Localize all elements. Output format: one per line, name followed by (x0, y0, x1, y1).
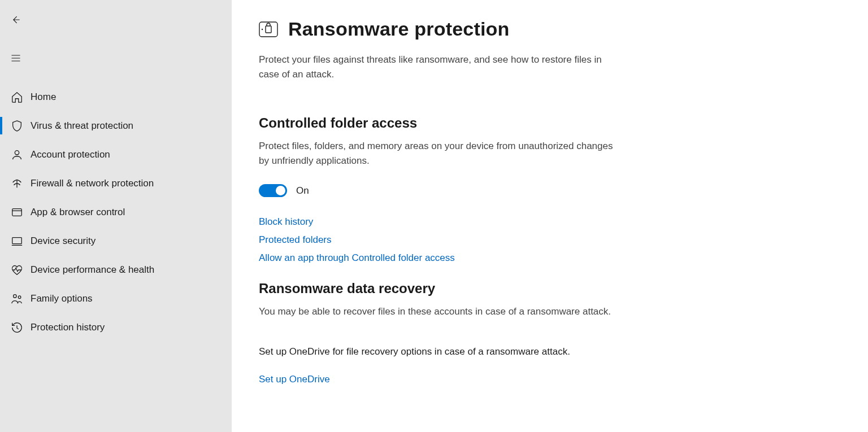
svg-rect-6 (266, 26, 271, 33)
history-icon (10, 321, 24, 334)
sidebar-item-label: Device performance & health (31, 264, 154, 276)
ransomware-protection-icon (259, 21, 278, 37)
page-title-row: Ransomware protection (259, 18, 868, 40)
svg-point-0 (15, 150, 19, 154)
svg-rect-1 (12, 208, 22, 216)
hamburger-button[interactable] (2, 46, 29, 71)
page-title: Ransomware protection (288, 18, 510, 40)
link-block-history[interactable]: Block history (259, 216, 313, 228)
device-security-icon (10, 234, 24, 248)
toggle-knob (276, 186, 285, 195)
onedrive-recovery-text: Set up OneDrive for file recovery option… (259, 344, 620, 359)
sidebar-item-app-browser[interactable]: App & browser control (0, 198, 232, 226)
back-button[interactable] (2, 8, 29, 33)
toggle-state-label: On (296, 185, 309, 197)
svg-point-7 (262, 28, 263, 29)
sidebar-item-label: Home (31, 91, 56, 103)
shield-icon (10, 119, 24, 133)
sidebar-item-home[interactable]: Home (0, 82, 232, 111)
network-icon (10, 177, 24, 190)
sidebar-item-family-options[interactable]: Family options (0, 284, 232, 313)
hamburger-icon (10, 53, 21, 66)
section-heading-controlled-folder: Controlled folder access (259, 115, 868, 131)
sidebar-item-label: Firewall & network protection (31, 178, 154, 189)
sidebar-item-device-security[interactable]: Device security (0, 226, 232, 255)
heart-pulse-icon (10, 263, 24, 277)
sidebar-item-account-protection[interactable]: Account protection (0, 140, 232, 169)
link-protected-folders[interactable]: Protected folders (259, 234, 332, 246)
controlled-folder-links: Block history Protected folders Allow an… (259, 216, 868, 264)
sidebar: Home Virus & threat protection Account p… (0, 0, 232, 432)
sidebar-item-firewall-network[interactable]: Firewall & network protection (0, 169, 232, 198)
sidebar-item-label: Account protection (31, 149, 110, 160)
controlled-folder-toggle-row: On (259, 184, 868, 197)
sidebar-item-protection-history[interactable]: Protection history (0, 313, 232, 342)
svg-point-4 (18, 295, 21, 298)
section-desc-recovery: You may be able to recover files in thes… (259, 304, 620, 319)
link-setup-onedrive[interactable]: Set up OneDrive (259, 374, 330, 385)
home-icon (10, 90, 24, 104)
svg-rect-2 (12, 237, 22, 243)
sidebar-item-label: App & browser control (31, 207, 125, 218)
section-heading-recovery: Ransomware data recovery (259, 281, 868, 296)
sidebar-item-label: Virus & threat protection (31, 120, 133, 132)
sidebar-item-label: Device security (31, 235, 96, 247)
controlled-folder-toggle[interactable] (259, 184, 287, 197)
page-description: Protect your files against threats like … (259, 53, 620, 82)
sidebar-item-virus-threat[interactable]: Virus & threat protection (0, 111, 232, 140)
back-arrow-icon (10, 14, 21, 27)
section-desc-controlled-folder: Protect files, folders, and memory areas… (259, 139, 620, 169)
link-allow-app[interactable]: Allow an app through Controlled folder a… (259, 252, 455, 264)
sidebar-item-label: Protection history (31, 322, 105, 333)
sidebar-item-device-performance[interactable]: Device performance & health (0, 255, 232, 284)
svg-point-3 (14, 294, 16, 298)
account-icon (10, 148, 24, 162)
sidebar-item-label: Family options (31, 293, 93, 304)
family-icon (10, 292, 24, 306)
main-content: Ransomware protection Protect your files… (232, 0, 868, 432)
app-browser-icon (10, 206, 24, 219)
